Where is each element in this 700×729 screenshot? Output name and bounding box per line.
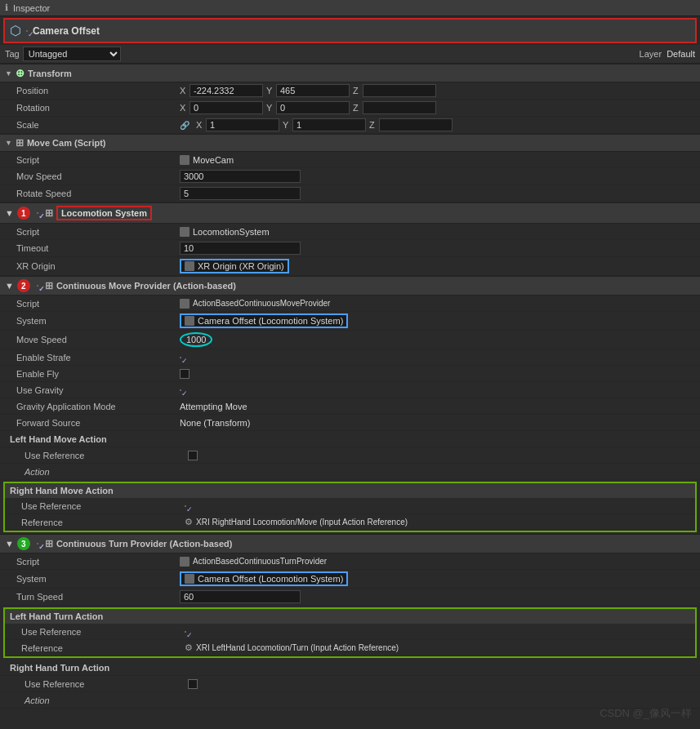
enable-strafe-value — [180, 357, 695, 358]
mov-speed-label: Mov Speed — [16, 171, 180, 181]
turn-speed-input[interactable] — [180, 590, 301, 603]
timeout-value — [180, 242, 695, 255]
turn-speed-row: Turn Speed — [0, 589, 700, 606]
turn-speed-value — [180, 590, 695, 603]
left-use-ref-checkbox[interactable] — [188, 451, 198, 460]
right-turn-use-ref-label: Use Reference — [25, 679, 188, 689]
move-system-field[interactable]: Camera Offset (Locomotion System) — [180, 313, 348, 328]
scale-z-input[interactable] — [379, 118, 453, 131]
rotate-speed-input[interactable] — [180, 187, 301, 200]
inspector-header: ℹ Inspector — [0, 0, 700, 16]
left-turn-use-ref-value — [185, 631, 690, 633]
sy-label: Y — [283, 120, 291, 130]
scale-x-field: X — [196, 118, 279, 131]
badge-2: 2 — [17, 279, 30, 292]
position-x-field: X — [180, 84, 263, 97]
scale-y-input[interactable] — [292, 118, 366, 131]
use-gravity-value — [180, 389, 695, 391]
turn-system-field[interactable]: Camera Offset (Locomotion System) — [180, 571, 348, 586]
right-reference-icon: ⚙ — [185, 517, 193, 527]
scale-z-field: Z — [369, 118, 453, 131]
badge-3: 3 — [17, 537, 30, 550]
turn-system-row: System Camera Offset (Locomotion System) — [0, 570, 700, 589]
turn-checkbox[interactable] — [37, 543, 38, 545]
right-turn-use-ref-checkbox[interactable] — [188, 679, 198, 689]
left-hand-turn-label: Left Hand Turn Action — [10, 611, 103, 621]
use-gravity-checkbox[interactable] — [180, 389, 181, 391]
rotate-speed-label: Rotate Speed — [16, 189, 180, 198]
move-arrow: ▼ — [5, 281, 14, 291]
turn-script-icon — [180, 557, 189, 567]
left-turn-reference-icon: ⚙ — [185, 642, 193, 653]
camera-offset-row: ⬡ Camera Offset — [3, 18, 697, 43]
right-reference-label: Reference — [21, 518, 185, 527]
position-z-input[interactable] — [363, 84, 436, 97]
checkbox-cam[interactable] — [26, 30, 28, 32]
turn-system-text: Camera Offset (Locomotion System) — [198, 574, 343, 584]
rotation-y-input[interactable] — [276, 101, 350, 114]
position-y-input[interactable] — [276, 84, 350, 97]
enable-fly-checkbox[interactable] — [180, 369, 189, 379]
turn-script-row: Script ActionBasedContinuousTurnProvider — [0, 553, 700, 570]
move-script-icon — [180, 299, 189, 309]
move-speed-label: Move Speed — [16, 335, 180, 344]
loco-checkbox[interactable] — [37, 212, 38, 214]
loco-script-text: LocomotionSystem — [193, 227, 270, 237]
move-system-icon — [185, 316, 194, 326]
turn-arrow: ▼ — [5, 539, 14, 549]
transform-label: Transform — [28, 69, 72, 78]
move-checkbox[interactable] — [37, 285, 38, 287]
movecam-script-row: Script MoveCam — [0, 152, 700, 168]
layer-value: Default — [667, 49, 695, 59]
position-fields: X Y Z — [180, 84, 695, 97]
move-system-row: System Camera Offset (Locomotion System) — [0, 312, 700, 331]
move-script-value: ActionBasedContinuousMoveProvider — [180, 299, 695, 309]
position-x-input[interactable] — [189, 84, 263, 97]
turn-icon: ⊞ — [45, 538, 53, 549]
gravity-mode-row: Gravity Application Mode Attempting Move — [0, 398, 700, 415]
rotation-z-input[interactable] — [363, 101, 436, 114]
timeout-input[interactable] — [180, 242, 301, 255]
xr-origin-icon — [185, 261, 194, 271]
ry-label: Y — [266, 103, 274, 113]
movecam-script-text: MoveCam — [193, 155, 234, 165]
scale-y-field: Y — [283, 118, 366, 131]
right-use-ref-checkbox[interactable] — [185, 505, 186, 507]
rotate-speed-value — [180, 187, 695, 200]
locomotion-section: ▼ 1 ⊞ Locomotion System — [0, 202, 700, 224]
tag-select[interactable]: Untagged — [23, 47, 121, 61]
left-turn-reference-row: Reference ⚙ XRI LeftHand Locomotion/Turn… — [5, 640, 695, 656]
inspector-title: Inspector — [13, 3, 50, 13]
right-turn-use-ref-value — [188, 679, 695, 689]
tag-layer-row: Tag Untagged Layer Default — [0, 45, 700, 64]
right-hand-turn-row: Right Hand Turn Action — [0, 660, 700, 676]
loco-script-value: LocomotionSystem — [180, 227, 695, 237]
rotation-x-field: X — [180, 101, 263, 114]
movecam-label: Move Cam (Script) — [27, 138, 106, 148]
xr-origin-field[interactable]: XR Origin (XR Origin) — [180, 259, 289, 273]
move-icon: ⊞ — [45, 280, 53, 291]
forward-source-label: Forward Source — [16, 418, 180, 428]
rotation-x-input[interactable] — [189, 101, 263, 114]
info-icon: ℹ — [5, 2, 8, 13]
rx-label: X — [180, 103, 188, 113]
script-icon — [180, 155, 189, 165]
turn-system-label: System — [16, 574, 180, 584]
enable-strafe-checkbox[interactable] — [180, 357, 181, 358]
right-hand-move-label: Right Hand Move Action — [10, 486, 114, 496]
turn-script-text: ActionBasedContinuousTurnProvider — [193, 557, 327, 566]
transform-icon: ⊕ — [16, 67, 25, 79]
rotation-y-field: Y — [266, 101, 350, 114]
rotation-z-field: Z — [353, 101, 436, 114]
move-speed-value: 1000 — [180, 332, 695, 347]
y-label: Y — [266, 86, 274, 96]
move-system-value: Camera Offset (Locomotion System) — [180, 313, 695, 328]
enable-fly-row: Enable Fly — [0, 366, 700, 382]
left-turn-use-ref-checkbox[interactable] — [185, 631, 186, 633]
mov-speed-input[interactable] — [180, 170, 301, 183]
right-reference-text: XRI RightHand Locomotion/Move (Input Act… — [196, 518, 408, 527]
cube-icon: ⬡ — [10, 23, 21, 38]
left-turn-reference-label: Reference — [21, 643, 185, 653]
move-script-text: ActionBasedContinuousMoveProvider — [193, 299, 330, 308]
scale-x-input[interactable] — [206, 118, 279, 131]
